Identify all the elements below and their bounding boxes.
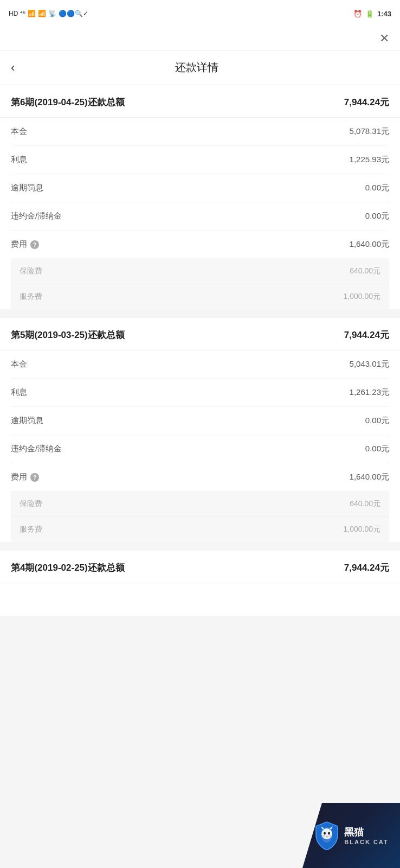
period-5-service-value: 1,000.00元 [344,525,381,534]
period-5-insurance-label: 保险费 [20,499,42,509]
status-right: ⏰ 🔋 1:43 [353,10,391,18]
period-6-principal-value: 5,078.31元 [350,126,389,137]
period-6-interest-row: 利息 1,225.93元 [11,146,389,174]
cat-logo: 黑猫 BLACK CAT [314,821,388,850]
period-6-overdue-row: 逾期罚息 0.00元 [11,174,389,202]
period-6-fee-label: 费用 ? [11,239,39,250]
period-6-title: 第6期(2019-04-25)还款总额 [11,96,125,108]
period-6-insurance-row: 保险费 640.00元 [11,259,389,284]
period-6-interest-value: 1,225.93元 [350,155,389,165]
battery-icon: 🔋 [365,10,374,18]
period-5-total: 7,944.24元 [344,329,389,341]
period-6-sub-rows: 保险费 640.00元 服务费 1,000.00元 [11,259,389,309]
hd-indicator: HD [9,10,18,17]
cat-english-label: BLACK CAT [344,839,388,845]
period-5-principal-row: 本金 5,043.01元 [11,350,389,379]
close-row: ✕ [0,27,400,50]
period-5-insurance-value: 640.00元 [350,499,380,509]
app-icons: 🔵🔵🔍✓ [59,10,88,17]
network-indicator: ⁴⁶ [20,10,25,17]
period-6-penalty-label: 违约金/滞纳金 [11,211,62,221]
period-5-penalty-value: 0.00元 [365,444,389,454]
period-6-interest-label: 利息 [11,155,27,165]
period-5-fee-label: 费用 ? [11,472,39,482]
period-6-service-row: 服务费 1,000.00元 [11,284,389,309]
period-4-header: 第4期(2019-02-25)还款总额 7,944.24元 [0,551,400,583]
svg-point-1 [321,828,332,839]
period-6-service-value: 1,000.00元 [344,292,381,302]
wifi-icon: 📡 [48,10,56,17]
period-4-title: 第4期(2019-02-25)还款总额 [11,561,125,574]
period-5-penalty-row: 违约金/滞纳金 0.00元 [11,435,389,463]
svg-point-4 [324,832,326,835]
signal-bars-2: 📶 [38,10,46,17]
svg-marker-3 [330,826,333,829]
cat-text: 黑猫 BLACK CAT [344,826,388,845]
period-6-overdue-label: 逾期罚息 [11,183,43,193]
period-5-header: 第5期(2019-03-25)还款总额 7,944.24元 [0,318,400,350]
period-6-penalty-row: 违约金/滞纳金 0.00元 [11,202,389,231]
svg-line-10 [328,837,332,837]
period-4-section: 第4期(2019-02-25)还款总额 7,944.24元 [0,551,400,616]
period-5-interest-value: 1,261.23元 [350,387,389,398]
period-5-title: 第5期(2019-03-25)还款总额 [11,329,125,341]
back-button[interactable]: ‹ [11,61,15,75]
close-button[interactable]: ✕ [379,33,389,44]
period-5-overdue-label: 逾期罚息 [11,416,43,426]
period-6-insurance-label: 保险费 [20,266,42,276]
period-5-principal-value: 5,043.01元 [350,359,389,369]
cat-shield-icon [314,821,340,850]
period-5-sub-rows: 保险费 640.00元 服务费 1,000.00元 [11,492,389,542]
period-5-fee-help-icon[interactable]: ? [30,473,39,482]
status-left: HD ⁴⁶ 📶 📶 📡 🔵🔵🔍✓ [9,10,88,17]
period-6-section: 第6期(2019-04-25)还款总额 7,944.24元 本金 5,078.3… [0,85,400,309]
svg-marker-2 [321,826,324,829]
status-bar: HD ⁴⁶ 📶 📶 📡 🔵🔵🔍✓ ⏰ 🔋 1:43 [0,0,400,27]
black-cat-background: 黑猫 BLACK CAT [302,803,400,868]
period-4-total: 7,944.24元 [344,561,389,574]
svg-line-7 [321,835,325,836]
period-5-service-row: 服务费 1,000.00元 [11,517,389,542]
period-5-overdue-value: 0.00元 [365,416,389,426]
period-5-overdue-row: 逾期罚息 0.00元 [11,407,389,435]
svg-marker-6 [326,835,328,837]
period-5-interest-row: 利息 1,261.23元 [11,379,389,407]
period-6-fee-row: 费用 ? 1,640.00元 [11,231,389,259]
period-6-insurance-value: 640.00元 [350,266,380,276]
period-6-penalty-value: 0.00元 [365,211,389,221]
page-title: 还款详情 [20,60,373,75]
svg-line-8 [321,837,325,837]
clock-display: 1:43 [377,10,391,18]
alarm-icon: ⏰ [353,10,362,18]
period-5-principal-label: 本金 [11,359,27,369]
period-6-total: 7,944.24元 [344,96,389,108]
period-6-principal-label: 本金 [11,126,27,137]
signal-bars: 📶 [28,10,36,17]
period-6-principal-row: 本金 5,078.31元 [11,118,389,146]
fee-help-icon[interactable]: ? [30,240,39,249]
svg-point-5 [328,832,330,835]
period-5-rows: 本金 5,043.01元 利息 1,261.23元 逾期罚息 0.00元 违约金… [0,350,400,542]
period-6-overdue-value: 0.00元 [365,183,389,193]
period-5-section: 第5期(2019-03-25)还款总额 7,944.24元 本金 5,043.0… [0,318,400,542]
period-5-insurance-row: 保险费 640.00元 [11,492,389,517]
period-5-interest-label: 利息 [11,387,27,398]
cat-chinese-label: 黑猫 [344,826,388,839]
period-5-fee-value: 1,640.00元 [350,472,389,482]
period-6-header: 第6期(2019-04-25)还款总额 7,944.24元 [0,85,400,118]
svg-line-9 [328,835,332,836]
period-6-rows: 本金 5,078.31元 利息 1,225.93元 逾期罚息 0.00元 违约金… [0,118,400,309]
period-5-fee-row: 费用 ? 1,640.00元 [11,463,389,492]
period-6-fee-value: 1,640.00元 [350,239,389,250]
svg-point-0 [321,827,332,843]
period-5-penalty-label: 违约金/滞纳金 [11,444,62,454]
period-5-service-label: 服务费 [20,525,42,534]
period-6-service-label: 服务费 [20,292,42,302]
black-cat-watermark: 黑猫 BLACK CAT [302,803,400,868]
page-header: ‹ 还款详情 [0,50,400,85]
